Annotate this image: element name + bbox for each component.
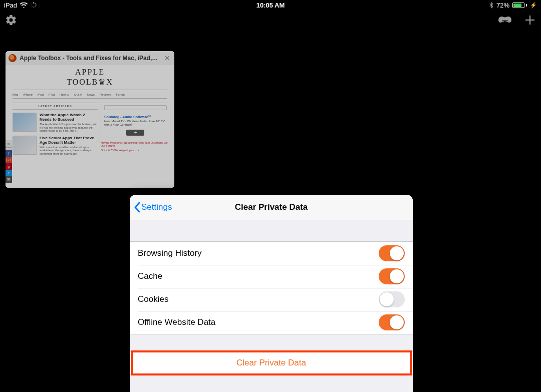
close-tab-button[interactable]: ✕ — [163, 54, 171, 62]
bluetooth-icon — [489, 2, 493, 9]
toggle-cookies[interactable] — [379, 291, 405, 307]
site-menu: MaciPhoneiPadiPodHow-toQ & ANewsReviewsF… — [10, 92, 170, 98]
tab-title: Apple Toolbox - Tools and Fixes for Mac,… — [20, 55, 160, 62]
svg-rect-2 — [35, 5, 37, 6]
settings-button[interactable] — [5, 14, 17, 26]
toggle-browsing-history[interactable] — [379, 245, 405, 261]
charging-icon: ⚡ — [530, 2, 537, 9]
toggle-offline-data[interactable] — [379, 314, 405, 330]
toggle-cache[interactable] — [379, 268, 405, 284]
options-list: Browsing History Cache Cookies Offline W… — [130, 241, 413, 334]
tab-preview: APPLE TOOLB♛X MaciPhoneiPadiPodHow-toQ &… — [6, 65, 174, 188]
app-toolbar — [0, 10, 541, 30]
tab-header: Apple Toolbox - Tools and Fixes for Mac,… — [6, 51, 174, 65]
svg-rect-3 — [35, 6, 36, 8]
favicon — [9, 54, 17, 62]
row-cookies: Cookies — [130, 288, 413, 311]
back-button[interactable]: Settings — [130, 202, 172, 213]
battery-fill — [513, 4, 521, 7]
wifi-icon — [20, 3, 28, 8]
battery-icon — [512, 3, 527, 8]
svg-rect-5 — [31, 6, 33, 8]
tab-thumbnail[interactable]: Apple Toolbox - Tools and Fixes for Mac,… — [6, 51, 174, 188]
clear-private-data-button[interactable]: Clear Private Data — [130, 351, 413, 374]
svg-rect-7 — [31, 3, 33, 4]
modal-title: Clear Private Data — [235, 202, 308, 212]
action-highlight: Clear Private Data — [130, 351, 413, 374]
device-label: iPad — [4, 2, 17, 9]
svg-rect-6 — [31, 5, 32, 6]
private-mode-button[interactable] — [498, 16, 512, 24]
clock: 10:05 AM — [256, 2, 285, 9]
row-browsing-history: Browsing History — [130, 242, 413, 265]
social-strip: 2Kshares fG+pt✉ — [6, 140, 12, 183]
status-bar: iPad 10:05 AM 72% ⚡ — [0, 0, 541, 10]
list-item: Five Senior Apps That Prove Age Doesn't … — [13, 136, 98, 156]
row-offline-data: Offline Website Data — [130, 311, 413, 334]
back-label: Settings — [141, 202, 172, 212]
battery-pct: 72% — [496, 2, 509, 9]
svg-rect-0 — [34, 2, 34, 4]
row-cache: Cache — [130, 265, 413, 288]
modal-nav: Settings Clear Private Data — [130, 195, 413, 220]
site-brand-line2: TOOLB♛X — [10, 77, 170, 87]
svg-rect-1 — [35, 3, 36, 4]
latest-heading: LATEST ARTICLES — [13, 103, 98, 110]
clear-private-data-panel: Settings Clear Private Data Browsing His… — [130, 195, 413, 392]
site-brand-line1: APPLE — [10, 68, 170, 76]
list-item: What the Apple Watch 2 Needs to SucceedT… — [13, 113, 98, 133]
svg-rect-4 — [34, 7, 34, 8]
ad-box: Soundog - Audio SoftwareAd Hear Muted TV… — [101, 103, 170, 138]
new-tab-button[interactable] — [524, 14, 536, 26]
loading-icon — [31, 2, 37, 8]
